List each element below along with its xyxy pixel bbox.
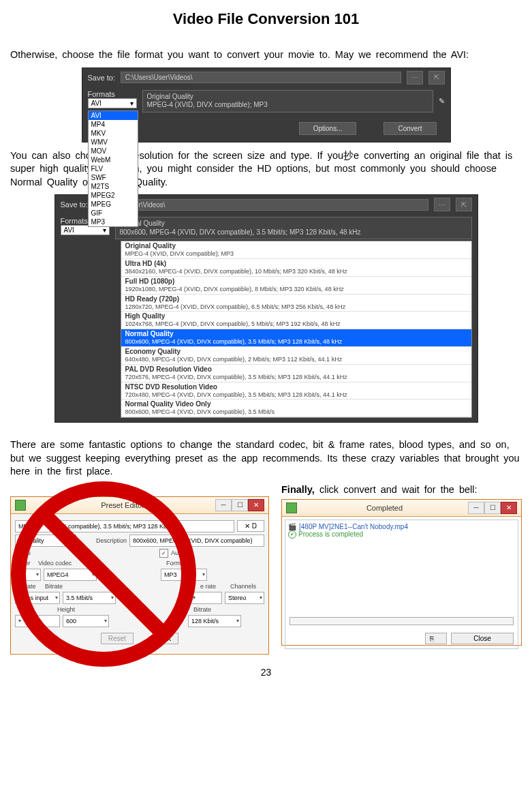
framerate-label: me rate [15,583,42,590]
vcodec-select[interactable]: MPEG4 [44,569,97,581]
quality-option[interactable]: Original QualityMPEG-4 (XVID, DIVX compa… [121,241,471,259]
completed-status: Process is completed [288,530,363,539]
progress-bar [290,617,514,625]
format-option[interactable]: MPEG [89,200,138,209]
close-icon-2[interactable]: ✕ [501,502,517,514]
open-folder-icon-2[interactable]: ⇱ [456,198,472,211]
channels-select[interactable]: Stereo [225,592,264,604]
options-button[interactable]: Options... [299,122,357,135]
audio-checkbox[interactable]: ✓ [159,549,168,558]
format-option[interactable]: WebM [89,155,138,164]
quality-option[interactable]: High Quality1024x768, MPEG-4 (XVID, DIVX… [121,312,471,329]
format-dropdown-list[interactable]: AVIMP4MKVWMVMOVWebMFLVSWFM2TSMPEG2MPEGGI… [88,110,138,227]
arate-select[interactable] [189,592,222,604]
preset-editor-container: Preset Editor ─ ☐ ✕ MPEG IVX compatible)… [10,484,269,661]
format-option[interactable]: FLV [89,164,138,173]
quality-option[interactable]: PAL DVD Resolution Video720x576, MPEG-4 … [121,365,471,382]
browse-icon-2[interactable]: ⋯ [434,198,450,211]
format-option[interactable]: MOV [89,147,138,155]
saveto-path-2[interactable]: C:\Users\User\Videos\ [93,199,428,211]
quality-option[interactable]: Ultra HD (4k)3840x2160, MPEG-4 (XVID, DI… [121,259,471,277]
app-icon-2 [286,502,297,513]
screenshot-formats-dropdown: Save to: C:\Users\User\Videos\ ⋯ ⇱ Forma… [82,67,451,142]
quality-option[interactable]: Normal Quality800x600, MPEG-4 (XVID, DIV… [121,329,471,347]
formats-label: Formats [88,90,137,98]
abitrate-label: Bitrate [193,606,228,613]
completed-window: Completed ─ ☐ ✕ 🎬 [480P MV]2NE1--Can't N… [281,499,522,646]
framerate-select[interactable]: ne as input [15,592,60,604]
page-title: Video File Conversion 101 [10,10,522,28]
minimize-icon-2[interactable]: ─ [468,502,484,514]
height-select[interactable]: 600 [63,615,109,627]
saveto-label-2: Save to: [61,200,88,209]
completed-title-bar: Completed ─ ☐ ✕ [282,500,521,517]
page-number: 23 [10,667,522,678]
quality-option[interactable]: Normal Quality Video Only800x600, MPEG-4… [121,400,471,417]
format-select[interactable]: AVI▾ [88,98,137,108]
channels-label: Channels [230,583,264,590]
settings-icon[interactable]: ✎ [439,97,445,106]
maximize-icon[interactable]: ☐ [232,499,248,511]
finally-line: Finally, click convert and wait for the … [281,484,522,495]
container-label: tainer [15,560,35,567]
aformat-select[interactable]: MP3 [161,569,207,581]
bitrate-select[interactable]: 3.5 Mbit/s [63,592,116,604]
quality-option[interactable]: Full HD (1080p)1920x1080, MPEG-4 (XVID, … [121,277,471,295]
vcodec-label: Video codec [38,560,79,567]
codec-top-select[interactable]: MPEG [15,520,50,532]
height-label: Height [57,606,98,613]
film-icon: 🎬 [288,523,296,530]
screenshot-quality-dropdown: Save to: C:\Users\User\Videos\ ⋯ ⇱ Forma… [54,194,478,423]
format-option[interactable]: MP4 [89,120,138,129]
close-button[interactable]: Close [451,633,514,644]
format-option[interactable]: M2TS [89,182,138,191]
audio-label: Audio [171,550,187,556]
description-label: Description [79,537,127,544]
bitrate-label: Bitrate [45,583,86,590]
open-folder-icon[interactable]: ⇱ [428,71,445,85]
ok-button[interactable]: OK [154,633,178,644]
quality-option[interactable]: HD Ready (720p)1280x720, MPEG-4 (XVID, D… [121,295,471,312]
quality-option[interactable]: NTSC DVD Resolution Video720x480, MPEG-4… [121,382,471,400]
description-field[interactable]: 800x600, MPEG-4 (XVID, DIVX compatible) [129,535,264,547]
preset-title-bar: Preset Editor ─ ☐ ✕ [11,497,268,514]
format-option[interactable]: SWF [89,173,138,182]
completed-filename: [480P MV]2NE1--Can't Nobody.mp4 [299,523,408,530]
delete-button[interactable]: ✕ D [237,520,264,532]
format-option[interactable]: MP3 [89,217,138,226]
arate-label: e rate [200,583,228,590]
format-option[interactable]: MKV [89,129,138,138]
open-output-folder[interactable]: ⎘ [425,633,447,644]
abitrate-select[interactable]: 128 Kbit/s [188,615,241,627]
convert-button[interactable]: Convert [384,122,436,135]
preset-name-field[interactable]: al Quality [15,535,76,547]
container-select[interactable]: M [15,569,41,581]
quality-box[interactable]: Original Quality MPEG-4 (XVID, DIVX comp… [142,90,433,112]
format-option[interactable]: GIF [89,209,138,217]
format-option[interactable]: WMV [89,138,138,147]
width-select[interactable] [15,615,60,627]
maximize-icon-2[interactable]: ☐ [484,502,501,514]
video-label: Video [15,550,35,556]
completed-title: Completed [301,504,468,512]
preset-name-right[interactable]: IVX compatible), 3.5 Mbit/s; MP3 128 Kbi… [53,520,234,532]
format-option[interactable]: AVI [89,111,138,120]
quality-options-list[interactable]: Original QualityMPEG-4 (XVID, DIVX compa… [121,241,472,418]
minimize-icon[interactable]: ─ [215,499,232,511]
format-option[interactable]: MPEG2 [89,191,138,200]
browse-icon[interactable]: ⋯ [407,71,423,85]
quality-box-2[interactable]: Normal Quality 800x600, MPEG-4 (XVID, DI… [115,217,472,239]
preset-title: Preset Editor [30,501,215,509]
paragraph-1: Otherwise, choose the file format you wa… [10,48,522,62]
close-icon[interactable]: ✕ [248,499,264,511]
paragraph-3: There are some fantastic options to chan… [10,438,522,479]
preset-editor-window: Preset Editor ─ ☐ ✕ MPEG IVX compatible)… [10,496,269,655]
reset-button[interactable]: Reset [101,633,134,644]
aformat-label: Format [166,560,200,567]
quality-option[interactable]: Economy Quality640x480, MPEG-4 (XVID, DI… [121,347,471,365]
saveto-path[interactable]: C:\Users\User\Videos\ [121,72,401,83]
app-icon [15,500,26,511]
saveto-label: Save to: [88,74,115,82]
